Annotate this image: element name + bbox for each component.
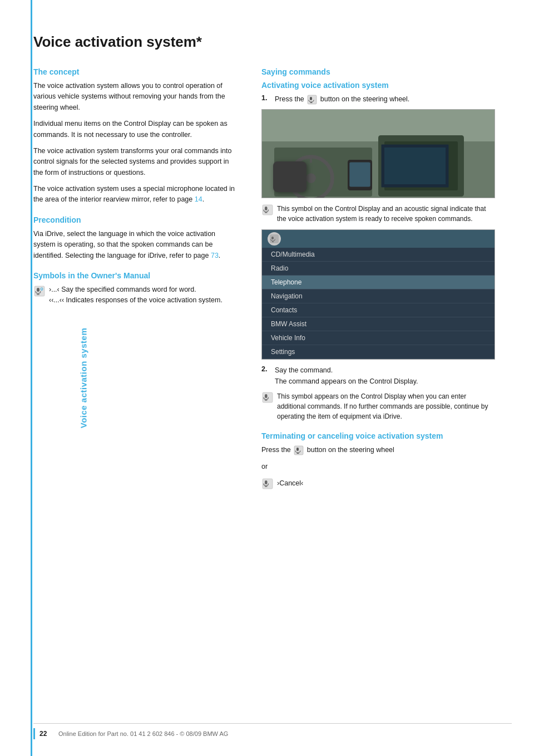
step-1: 1. Press the button on the steering whee…: [261, 94, 495, 105]
concept-para-4: The voice activation system uses a speci…: [33, 184, 239, 205]
page-ref-14[interactable]: 14: [195, 195, 202, 203]
step-2-num: 2.: [261, 365, 270, 373]
svg-rect-20: [384, 148, 446, 184]
page-footer: 22 Online Edition for Part no. 01 41 2 6…: [33, 723, 512, 739]
car-dashboard-visual: [262, 110, 495, 198]
note-1-text: This symbol on the Control Display and a…: [277, 204, 495, 224]
menu-item-bmwassist: BMW Assist: [262, 317, 495, 331]
svg-rect-22: [349, 163, 370, 187]
svg-rect-40: [265, 480, 268, 484]
svg-rect-28: [271, 237, 274, 239]
voice-cancel-icon: [261, 478, 274, 490]
cancel-command-text: ›Cancel‹: [277, 478, 303, 489]
idrive-menu-image: CD/Multimedia Radio Telephone Navigation…: [261, 229, 495, 360]
symbols-heading: Symbols in the Owner's Manual: [33, 271, 239, 280]
svg-rect-8: [310, 97, 312, 100]
voice-note-icon-2: [261, 391, 274, 404]
svg-rect-32: [265, 394, 268, 398]
note-1: This symbol on the Control Display and a…: [261, 204, 495, 224]
concept-heading: The concept: [33, 67, 239, 76]
terminating-text: Press the button on the steering wheel: [261, 445, 495, 455]
left-column: The concept The voice activation system …: [33, 67, 239, 490]
menu-item-vehicleinfo: Vehicle Info: [262, 331, 495, 345]
menu-item-contacts: Contacts: [262, 303, 495, 317]
terminating-heading: Terminating or canceling voice activatio…: [261, 431, 495, 440]
footer-accent: [33, 728, 35, 739]
page-number: 22: [39, 730, 56, 738]
activating-heading: Activating voice activation system: [261, 81, 495, 90]
precondition-text: Via iDrive, select the language in which…: [33, 229, 239, 261]
svg-rect-36: [296, 448, 299, 451]
svg-line-5: [41, 290, 42, 291]
cancel-block: ›Cancel‹: [261, 478, 495, 490]
symbol-item-1: ›...‹ Say the specified commands word fo…: [33, 284, 239, 306]
steering-wheel-button-icon-2: [294, 445, 304, 455]
svg-rect-23: [263, 205, 273, 215]
concept-para-2: Individual menu items on the Control Dis…: [33, 119, 239, 140]
voice-note-icon-1: [261, 204, 274, 216]
note-2: This symbol appears on the Control Displ…: [261, 391, 495, 421]
page-accent-border: [31, 0, 32, 756]
sidebar-label: Voice activation system: [79, 294, 88, 462]
menu-item-cdmultimedia: CD/Multimedia: [262, 248, 495, 262]
saying-commands-heading: Saying commands: [261, 67, 495, 76]
step-2: 2. Say the command.The command appears o…: [261, 365, 495, 387]
svg-point-18: [306, 174, 316, 184]
svg-rect-39: [263, 479, 273, 489]
svg-rect-1: [37, 288, 39, 292]
symbol-text-1: ›...‹ Say the specified commands word fo…: [49, 284, 222, 306]
voice-symbol-icon-1: [33, 285, 46, 297]
svg-line-6: [42, 290, 43, 291]
note-2-text: This symbol appears on the Control Displ…: [277, 391, 495, 421]
menu-header: [262, 230, 495, 248]
footer-copyright: Online Edition for Part no. 01 41 2 602 …: [58, 730, 228, 737]
step-1-num: 1.: [261, 94, 270, 102]
step-2-text: Say the command.The command appears on t…: [275, 365, 418, 387]
menu-icon: [268, 232, 281, 246]
concept-para-1: The voice activation system allows you t…: [33, 81, 239, 113]
steering-wheel-button-icon-1: [307, 95, 317, 105]
page-title: Voice activation system*: [33, 33, 512, 51]
concept-para-3: The voice activation system transforms y…: [33, 146, 239, 178]
step-1-text: Press the button on the steering wheel.: [275, 94, 409, 105]
menu-items: CD/Multimedia Radio Telephone Navigation…: [262, 248, 495, 359]
car-interior-image: [261, 109, 495, 198]
precondition-heading: Precondition: [33, 215, 239, 224]
menu-item-radio: Radio: [262, 262, 495, 276]
right-column: Saying commands Activating voice activat…: [261, 67, 495, 490]
terminating-or: or: [261, 462, 495, 472]
svg-rect-24: [265, 207, 268, 210]
svg-rect-27: [270, 234, 279, 243]
menu-item-settings: Settings: [262, 345, 495, 359]
page-ref-73[interactable]: 73: [211, 252, 219, 259]
terminating-section: Terminating or canceling voice activatio…: [261, 431, 495, 490]
menu-item-navigation: Navigation: [262, 289, 495, 303]
svg-rect-31: [263, 392, 273, 402]
menu-item-telephone: Telephone: [262, 276, 495, 289]
